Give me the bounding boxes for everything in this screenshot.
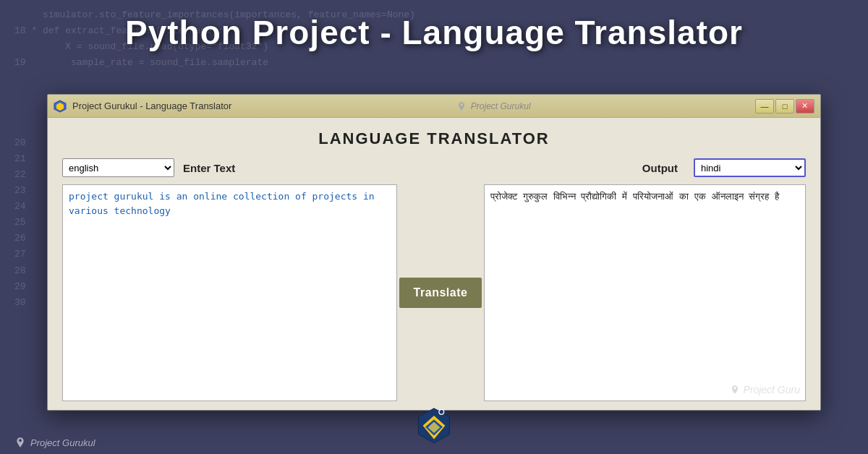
controls-row: english french german spanish hindi chin… bbox=[62, 158, 806, 177]
minimize-button[interactable]: — bbox=[755, 99, 774, 113]
maximize-button[interactable]: □ bbox=[775, 99, 794, 113]
svg-point-6 bbox=[439, 409, 444, 414]
close-button[interactable]: ✕ bbox=[796, 99, 814, 113]
bottom-brand-icon bbox=[14, 437, 26, 448]
title-bar: Project Gurukul - Language Translator Pr… bbox=[48, 95, 820, 118]
bottom-logo bbox=[0, 407, 868, 450]
title-bar-controls: — □ ✕ bbox=[755, 99, 814, 113]
title-bar-brand: Project Gurukul bbox=[456, 101, 531, 111]
app-title: LANGUAGE TRANSLATOR bbox=[62, 129, 806, 148]
input-textarea[interactable] bbox=[62, 184, 397, 401]
app-icon bbox=[54, 100, 67, 113]
window-body: LANGUAGE TRANSLATOR english french germa… bbox=[48, 118, 820, 410]
title-bar-left: Project Gurukul - Language Translator bbox=[54, 100, 231, 113]
output-wrapper: Project Guru bbox=[484, 184, 806, 401]
title-bar-text: Project Gurukul - Language Translator bbox=[72, 100, 231, 111]
translate-btn-container: Translate bbox=[397, 184, 484, 401]
target-language-select[interactable]: hindi english french german spanish chin… bbox=[694, 158, 806, 177]
output-label: Output bbox=[642, 162, 678, 174]
text-areas-row: Translate Project Guru bbox=[62, 184, 806, 401]
bottom-bar-watermark: Project Gurukul bbox=[14, 437, 95, 448]
brand-icon bbox=[456, 101, 467, 111]
app-window: Project Gurukul - Language Translator Pr… bbox=[47, 94, 821, 411]
enter-text-label: Enter Text bbox=[183, 162, 235, 174]
main-title: Python Project - Language Translator bbox=[0, 13, 868, 52]
bottom-watermark-text: Project Gurukul bbox=[30, 437, 95, 448]
translate-button[interactable]: Translate bbox=[399, 278, 482, 308]
source-language-select[interactable]: english french german spanish hindi chin… bbox=[62, 158, 174, 177]
brand-text: Project Gurukul bbox=[471, 101, 531, 111]
diamond-logo-icon bbox=[412, 407, 456, 450]
output-textarea[interactable] bbox=[484, 184, 806, 401]
